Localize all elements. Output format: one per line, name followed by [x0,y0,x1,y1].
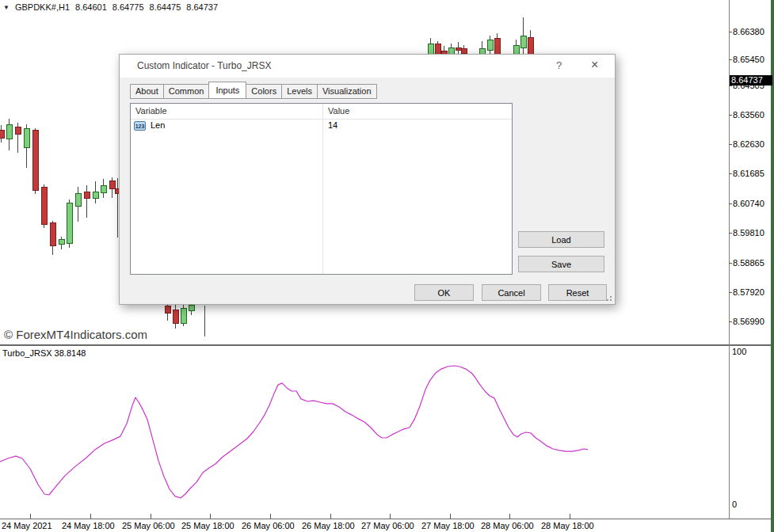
time-axis-label: 26 May 06:00 [242,521,295,530]
table-row[interactable]: 123Len14 [131,120,512,134]
time-axis-tick [30,514,31,519]
time-axis-label: 27 May 18:00 [421,521,475,530]
price-axis-label: 8.58865 [733,258,772,268]
dialog-title: Custom Indicator - Turbo_JRSX [137,60,271,71]
price-axis-label: 8.66380 [733,27,772,36]
time-axis-tick [570,514,570,519]
dialog-titlebar[interactable]: Custom Indicator - Turbo_JRSX ? × [120,55,615,78]
tab-common[interactable]: Common [163,84,210,99]
price-axis-label: 8.57920 [733,287,772,297]
time-axis-label: 26 May 18:00 [302,521,355,530]
price-axis-tick [729,263,732,264]
price-axis-tick [729,86,732,86]
time-axis-label: 28 May 06:00 [481,521,534,530]
time-axis-tick [390,514,391,519]
price-axis-tick [729,59,732,60]
price-axis-label: 8.61685 [733,169,772,178]
column-header-value[interactable]: Value [328,106,349,116]
price-axis-tick [729,292,732,293]
time-axis-tick [450,514,451,519]
time-axis-tick [90,514,91,519]
custom-indicator-dialog: Custom Indicator - Turbo_JRSX ? × AboutC… [119,54,616,305]
dialog-tabs: AboutCommonInputsColorsLevelsVisualizati… [130,82,377,99]
tab-levels[interactable]: Levels [281,84,318,99]
price-axis-label: 8.59810 [733,228,772,238]
reset-button[interactable]: Reset [548,284,607,301]
price-axis-tick [729,233,732,234]
variable-name: Len [151,120,165,130]
time-axis-line [0,519,774,519]
time-axis-tick [151,514,151,519]
price-axis-label: 8.65450 [733,55,772,64]
watermark-text: © ForexMT4Indicators.com [4,328,147,341]
price-axis-tick [729,203,732,204]
current-price-tag: 8.64737 [730,75,772,86]
time-axis-tick [509,514,510,519]
integer-123-icon: 123 [134,121,146,131]
time-axis-label: 28 May 18:00 [541,521,594,530]
time-axis-label: 24 May 2021 [2,521,52,530]
mt4-chart-window: ▼ GBPDKK#,H1 8.64601 8.64775 8.64475 8.6… [0,0,774,532]
price-axis-label: 8.63560 [733,110,772,120]
price-axis-label: 8.60740 [733,199,772,208]
price-axis-tick [729,144,732,145]
save-button[interactable]: Save [518,256,604,272]
load-button[interactable]: Load [518,231,604,248]
resize-grip-icon[interactable] [605,294,612,302]
time-axis-label: 25 May 06:00 [122,521,175,530]
price-axis-label: 8.56990 [733,317,772,326]
inputs-table: Variable Value 123Len14 [130,103,513,275]
ok-button[interactable]: OK [414,284,474,301]
price-axis-label: 8.62630 [733,139,772,149]
indicator-axis-label: 0 [732,500,772,509]
tab-about[interactable]: About [130,84,164,99]
time-axis-tick [210,514,211,519]
time-axis-tick [270,514,271,519]
column-header-variable[interactable]: Variable [135,106,167,116]
price-axis-tick [729,321,732,322]
price-axis-tick [729,115,732,116]
time-axis-label: 27 May 06:00 [361,521,414,530]
price-axis-tick [729,32,732,32]
price-axis-tick [729,173,732,174]
tab-inputs[interactable]: Inputs [208,82,246,99]
tab-visualization[interactable]: Visualization [317,84,377,99]
variable-value[interactable]: 14 [328,120,337,130]
time-axis-label: 24 May 18:00 [62,521,115,530]
time-axis-label: 25 May 18:00 [181,521,234,530]
indicator-line-chart [0,347,729,519]
help-icon[interactable]: ? [556,59,562,71]
close-icon[interactable]: × [591,58,598,72]
panel-separator[interactable] [0,344,774,346]
tab-colors[interactable]: Colors [246,84,282,99]
time-axis-tick [330,514,331,519]
indicator-axis-label: 100 [732,347,772,356]
cancel-button[interactable]: Cancel [482,284,541,301]
